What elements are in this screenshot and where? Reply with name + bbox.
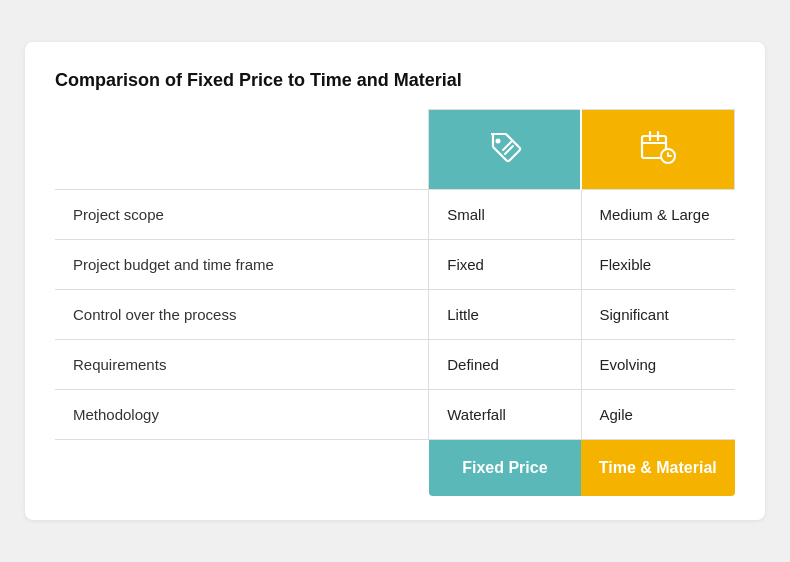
fixed-price-cell: Small [429,190,581,240]
price-tag-icon [483,126,527,170]
footer-empty [55,440,429,496]
table-row: MethodologyWaterfallAgile [55,390,735,440]
time-material-cell: Medium & Large [581,190,735,240]
criterion-cell: Control over the process [55,290,429,340]
criterion-cell: Project budget and time frame [55,240,429,290]
svg-point-0 [495,138,500,143]
header-fixed-price [429,110,581,190]
header-time-material [581,110,735,190]
comparison-table: Project scopeSmallMedium & LargeProject … [55,109,735,496]
fixed-price-cell: Fixed [429,240,581,290]
criterion-cell: Project scope [55,190,429,240]
criterion-cell: Requirements [55,340,429,390]
fixed-price-cell: Waterfall [429,390,581,440]
table-row: RequirementsDefinedEvolving [55,340,735,390]
footer-fixed-price: Fixed Price [429,440,581,496]
table-row: Project scopeSmallMedium & Large [55,190,735,240]
time-material-cell: Agile [581,390,735,440]
time-material-cell: Significant [581,290,735,340]
fixed-price-cell: Little [429,290,581,340]
criterion-cell: Methodology [55,390,429,440]
footer-row: Fixed Price Time & Material [55,440,735,496]
page-title: Comparison of Fixed Price to Time and Ma… [55,70,735,91]
footer-time-material: Time & Material [581,440,735,496]
header-empty-cell [55,110,429,190]
table-row: Project budget and time frameFixedFlexib… [55,240,735,290]
table-row: Control over the processLittleSignifican… [55,290,735,340]
time-material-cell: Flexible [581,240,735,290]
comparison-card: Comparison of Fixed Price to Time and Ma… [25,42,765,520]
time-material-cell: Evolving [581,340,735,390]
fixed-price-cell: Defined [429,340,581,390]
calendar-clock-icon [636,126,680,170]
